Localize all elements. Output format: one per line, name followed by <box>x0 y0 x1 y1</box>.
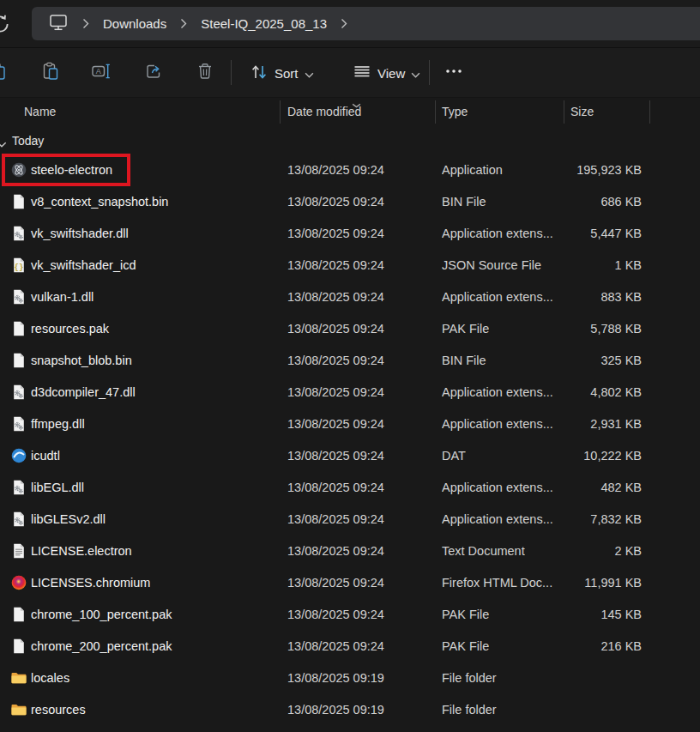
file-size: 1 KB <box>523 250 642 281</box>
file-row[interactable]: libEGL.dll 13/08/2025 09:24 Application … <box>0 472 700 504</box>
file-type: BIN File <box>442 186 486 218</box>
file-date-modified: 13/08/2025 09:24 <box>287 218 384 250</box>
rename-icon: A <box>92 62 112 84</box>
rename-button[interactable]: A <box>89 60 115 86</box>
file-size: 5,788 KB <box>523 313 642 345</box>
file-name: snapshot_blob.bin <box>31 345 132 377</box>
file-row[interactable]: steelo-electron 13/08/2025 09:24 Applica… <box>0 154 700 186</box>
column-header-size[interactable]: Size <box>570 105 594 118</box>
file-name: libGLESv2.dll <box>31 504 106 535</box>
file-list: steelo-electron 13/08/2025 09:24 Applica… <box>0 154 700 726</box>
share-button[interactable] <box>141 60 166 86</box>
file-icon <box>10 193 27 210</box>
file-row[interactable]: d3dcompiler_47.dll 13/08/2025 09:24 Appl… <box>0 377 700 408</box>
file-row[interactable]: v8_context_snapshot.bin 13/08/2025 09:24… <box>0 186 700 218</box>
svg-text:A: A <box>96 67 101 76</box>
file-type: PAK File <box>442 631 489 662</box>
file-name: d3dcompiler_47.dll <box>31 377 136 408</box>
more-options-button[interactable] <box>441 60 467 86</box>
column-separator[interactable] <box>435 100 436 124</box>
column-separator[interactable] <box>649 100 650 124</box>
file-name: vk_swiftshader.dll <box>31 218 129 250</box>
file-row[interactable]: locales 13/08/2025 09:19 File folder <box>0 662 700 694</box>
file-date-modified: 13/08/2025 09:24 <box>287 440 384 472</box>
firefox-icon <box>10 574 27 591</box>
file-row[interactable]: chrome_100_percent.pak 13/08/2025 09:24 … <box>0 599 700 631</box>
group-header-today[interactable]: Today <box>0 129 700 154</box>
column-separator[interactable] <box>280 100 281 124</box>
file-name: resources <box>31 694 86 726</box>
column-header-type[interactable]: Type <box>442 105 468 118</box>
file-name: vk_swiftshader_icd <box>31 250 136 281</box>
file-row[interactable]: LICENSES.chromium 13/08/2025 09:24 Firef… <box>0 567 700 599</box>
column-separator[interactable] <box>564 100 564 124</box>
file-row[interactable]: {} vk_swiftshader_icd 13/08/2025 09:24 J… <box>0 250 700 281</box>
file-size: 482 KB <box>523 472 642 504</box>
dll-icon <box>10 479 27 496</box>
file-icon <box>10 352 27 369</box>
file-icon <box>10 606 27 623</box>
file-row[interactable]: vulkan-1.dll 13/08/2025 09:24 Applicatio… <box>0 281 700 313</box>
delete-button[interactable] <box>192 60 218 86</box>
file-icon <box>10 320 27 337</box>
file-size: 10,222 KB <box>523 440 642 472</box>
more-options-icon <box>444 62 464 84</box>
breadcrumb-this-pc[interactable] <box>40 10 76 37</box>
file-type: File folder <box>442 694 497 726</box>
file-name: resources.pak <box>31 313 109 345</box>
file-size: 325 KB <box>523 345 642 377</box>
file-type: DAT <box>442 440 466 472</box>
group-collapse-chevron-icon[interactable] <box>0 136 7 150</box>
view-button[interactable]: View <box>347 58 425 88</box>
folder-icon <box>10 701 27 718</box>
file-date-modified: 13/08/2025 09:24 <box>287 377 384 408</box>
file-row[interactable]: snapshot_blob.bin 13/08/2025 09:24 BIN F… <box>0 345 700 377</box>
file-row[interactable]: resources.pak 13/08/2025 09:24 PAK File … <box>0 313 700 345</box>
column-header-name[interactable]: Name <box>24 105 56 118</box>
svg-text:{}: {} <box>15 263 24 272</box>
txt-icon <box>10 542 27 560</box>
electron-icon <box>10 161 27 178</box>
refresh-icon[interactable] <box>0 13 11 35</box>
file-name: v8_context_snapshot.bin <box>31 186 168 218</box>
file-size: 4,802 KB <box>523 377 642 408</box>
file-row[interactable]: resources 13/08/2025 09:19 File folder <box>0 694 700 726</box>
file-date-modified: 13/08/2025 09:24 <box>287 408 384 440</box>
column-header-date-modified[interactable]: Date modified <box>287 105 361 118</box>
file-row[interactable]: icudtl 13/08/2025 09:24 DAT 10,222 KB <box>0 440 700 472</box>
breadcrumb-bar: Downloads Steel-IQ_2025_08_13 <box>0 0 700 47</box>
file-date-modified: 13/08/2025 09:24 <box>287 567 384 599</box>
file-name: locales <box>31 662 69 694</box>
address-bar[interactable]: Downloads Steel-IQ_2025_08_13 <box>32 7 700 40</box>
file-icon <box>10 638 27 655</box>
file-row[interactable]: ffmpeg.dll 13/08/2025 09:24 Application … <box>0 408 700 440</box>
file-row[interactable]: chrome_200_percent.pak 13/08/2025 09:24 … <box>0 631 700 662</box>
file-row[interactable]: vk_swiftshader.dll 13/08/2025 09:24 Appl… <box>0 218 700 250</box>
file-date-modified: 13/08/2025 09:24 <box>287 154 384 186</box>
file-type: PAK File <box>442 313 489 345</box>
file-name: steelo-electron <box>31 154 112 186</box>
file-size: 2 KB <box>523 535 642 567</box>
dll-icon <box>10 415 27 433</box>
file-row[interactable]: libGLESv2.dll 13/08/2025 09:24 Applicati… <box>0 504 700 535</box>
command-toolbar: A Sort View <box>0 47 700 98</box>
file-type: BIN File <box>442 345 486 377</box>
file-name: LICENSE.electron <box>31 535 132 567</box>
file-type: Text Document <box>442 535 525 567</box>
file-size: 11,991 KB <box>523 567 642 599</box>
file-date-modified: 13/08/2025 09:19 <box>287 662 384 694</box>
breadcrumb-current-folder[interactable]: Steel-IQ_2025_08_13 <box>193 10 335 37</box>
toolbar-separator <box>231 60 232 85</box>
file-size: 195,923 KB <box>523 154 642 186</box>
column-header-row: Name Date modified Type Size <box>0 96 700 127</box>
file-type: File folder <box>442 662 497 694</box>
breadcrumb-downloads[interactable]: Downloads <box>95 10 174 37</box>
file-date-modified: 13/08/2025 09:24 <box>287 186 384 218</box>
copy-button[interactable] <box>0 60 10 86</box>
sort-label: Sort <box>275 66 299 81</box>
file-row[interactable]: LICENSE.electron 13/08/2025 09:24 Text D… <box>0 535 700 567</box>
paste-button[interactable] <box>38 60 63 86</box>
file-date-modified: 13/08/2025 09:24 <box>287 472 384 504</box>
file-name: libEGL.dll <box>31 472 84 504</box>
sort-button[interactable]: Sort <box>244 58 319 88</box>
